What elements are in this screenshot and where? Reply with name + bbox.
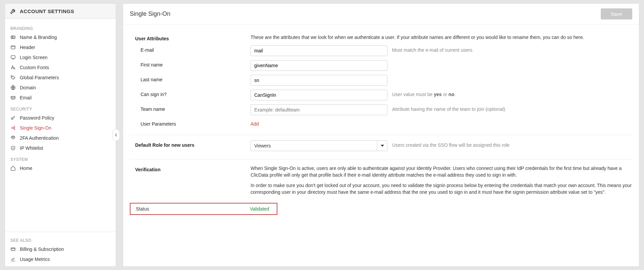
sidebar-item-label: Header bbox=[20, 45, 35, 50]
globe-icon bbox=[10, 85, 16, 90]
sidebar-item-email[interactable]: Email bbox=[5, 93, 116, 103]
firstname-input[interactable] bbox=[251, 60, 387, 71]
status-row: Status Validated bbox=[130, 203, 277, 215]
sidebar-item-login-screen[interactable]: Login Screen bbox=[5, 52, 116, 62]
page-title: Single Sign-On bbox=[130, 10, 170, 17]
sidebar-item-label: Login Screen bbox=[20, 55, 48, 60]
id-card-icon bbox=[10, 35, 16, 40]
cansignin-input[interactable] bbox=[251, 90, 387, 100]
defaultrole-select-value: Viewers bbox=[251, 141, 377, 151]
svg-point-4 bbox=[12, 77, 12, 77]
sidebar-item-label: 2FA Authentication bbox=[20, 135, 59, 141]
sidebar-item-password-policy[interactable]: Password Policy bbox=[5, 113, 116, 123]
sidebar-item-label: Name & Branding bbox=[20, 35, 57, 40]
svg-point-1 bbox=[12, 37, 13, 38]
sidebar-item-global-parameters[interactable]: Global Parameters bbox=[5, 73, 116, 83]
verification-para1: When Single Sign-On is active, users are… bbox=[251, 165, 632, 179]
sidebar-item-label: Domain bbox=[20, 85, 36, 90]
sidebar-item-domain[interactable]: Domain bbox=[5, 83, 116, 93]
mail-icon bbox=[10, 95, 16, 100]
svg-rect-3 bbox=[11, 56, 15, 58]
defaultrole-label: Default Role for new users bbox=[130, 140, 244, 148]
sidebar: ACCOUNT SETTINGS BRANDING Name & Brandin… bbox=[5, 3, 116, 267]
sidebar-item-label: Single Sign-On bbox=[20, 125, 51, 131]
defaultrole-select-button[interactable] bbox=[377, 141, 387, 151]
verification-para2: In order to make sure you don't get lock… bbox=[251, 182, 632, 196]
sidebar-item-header[interactable]: Header bbox=[5, 42, 116, 52]
sidebar-title: ACCOUNT SETTINGS bbox=[20, 8, 74, 14]
sidebar-collapse-handle[interactable] bbox=[112, 129, 120, 141]
chevron-left-icon bbox=[115, 133, 117, 137]
sidebar-item-label: Custom Fonts bbox=[20, 65, 49, 70]
fingerprint-icon bbox=[10, 135, 16, 141]
email-label: E-mail bbox=[130, 45, 244, 53]
sidebar-item-single-sign-on[interactable]: Single Sign-On bbox=[5, 123, 116, 133]
group-header-branding: BRANDING bbox=[5, 22, 116, 32]
userparams-label: User Parameters bbox=[130, 119, 244, 127]
teamname-input[interactable] bbox=[251, 104, 387, 115]
email-input[interactable] bbox=[251, 45, 387, 56]
svg-rect-0 bbox=[11, 36, 15, 39]
chartline-icon bbox=[10, 257, 16, 262]
main-body[interactable]: User Attributes These are the attributes… bbox=[123, 25, 639, 266]
section-user-attributes: User Attributes These are the attributes… bbox=[130, 29, 632, 135]
group-header-security: SECURITY bbox=[5, 103, 116, 113]
svg-point-7 bbox=[11, 118, 13, 119]
login-icon bbox=[10, 125, 16, 131]
card-icon bbox=[10, 246, 16, 252]
group-header-see-also: SEE ALSO bbox=[5, 234, 116, 244]
sidebar-item-label: Usage Metrics bbox=[20, 257, 50, 262]
shield-icon bbox=[10, 145, 16, 151]
defaultrole-help: Users created via the SSO flow will be a… bbox=[392, 140, 509, 148]
status-label: Status bbox=[136, 206, 250, 212]
user-attributes-description: These are the attributes that we look fo… bbox=[251, 34, 632, 41]
wrench-icon bbox=[10, 8, 16, 14]
verification-label: Verification bbox=[130, 165, 244, 172]
sidebar-item-usage-metrics[interactable]: Usage Metrics bbox=[5, 254, 116, 264]
sidebar-item-name-branding[interactable]: Name & Branding bbox=[5, 32, 116, 42]
defaultrole-select[interactable]: Viewers bbox=[251, 140, 387, 151]
sidebar-item-home[interactable]: Home bbox=[5, 163, 116, 173]
email-help: Must match the e-mail of current users. bbox=[392, 45, 474, 53]
group-header-system: SYSTEM bbox=[5, 153, 116, 163]
sidebar-item-label: Password Policy bbox=[20, 115, 54, 121]
lastname-input[interactable] bbox=[251, 75, 387, 86]
userparams-add-link[interactable]: Add bbox=[251, 119, 259, 127]
svg-rect-8 bbox=[11, 248, 15, 251]
window-icon bbox=[10, 45, 16, 50]
sidebar-item-label: IP Whitelist bbox=[20, 145, 43, 151]
svg-rect-6 bbox=[11, 96, 15, 99]
font-icon bbox=[10, 65, 16, 70]
verification-text: When Single Sign-On is active, users are… bbox=[251, 165, 632, 199]
sidebar-item-billing-subscription[interactable]: Billing & Subscription bbox=[5, 244, 116, 254]
section-verification: Verification When Single Sign-On is acti… bbox=[130, 160, 632, 221]
sidebar-item-ip-whitelist[interactable]: IP Whitelist bbox=[5, 143, 116, 153]
sidebar-item-2fa-authentication[interactable]: 2FA Authentication bbox=[5, 133, 116, 143]
firstname-label: First name bbox=[130, 60, 244, 68]
main-panel: Single Sign-On Save User Attributes Thes… bbox=[123, 3, 639, 267]
sidebar-item-custom-fonts[interactable]: Custom Fonts bbox=[5, 62, 116, 73]
user-attributes-heading: User Attributes bbox=[130, 34, 244, 41]
teamname-label: Team name bbox=[130, 104, 244, 112]
monitor-icon bbox=[10, 55, 16, 60]
caret-down-icon bbox=[381, 145, 384, 147]
sidebar-nav[interactable]: BRANDING Name & Branding Header Login Sc… bbox=[5, 19, 116, 232]
key-icon bbox=[10, 115, 16, 121]
cansignin-help: User value must be yes or no. bbox=[392, 90, 455, 97]
svg-rect-2 bbox=[11, 46, 15, 49]
main-header: Single Sign-On Save bbox=[123, 4, 639, 25]
tag-icon bbox=[10, 75, 16, 80]
status-value: Validated bbox=[250, 206, 269, 212]
sidebar-item-label: Billing & Subscription bbox=[20, 246, 64, 252]
cansignin-label: Can sign in? bbox=[130, 90, 244, 97]
sidebar-item-label: Email bbox=[20, 95, 32, 100]
section-default-role: Default Role for new users Viewers Users… bbox=[130, 135, 632, 160]
save-button[interactable]: Save bbox=[601, 8, 632, 19]
sidebar-item-label: Global Parameters bbox=[20, 75, 59, 80]
sidebar-footer: SEE ALSO Billing & Subscription Usage Me… bbox=[5, 232, 116, 266]
sidebar-item-label: Home bbox=[20, 166, 32, 171]
home-icon bbox=[10, 166, 16, 171]
teamname-help: Attribute having the name of the team to… bbox=[392, 104, 506, 112]
lastname-label: Last name bbox=[130, 75, 244, 82]
sidebar-header: ACCOUNT SETTINGS bbox=[5, 4, 116, 19]
